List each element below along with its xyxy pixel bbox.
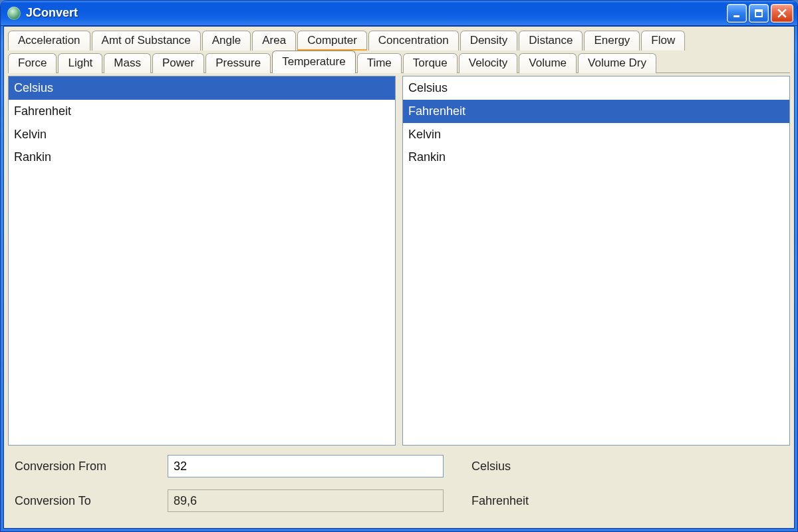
list-item[interactable]: Kelvin <box>403 123 789 146</box>
client-area: AccelerationAmt of SubstanceAngleAreaCom… <box>3 26 795 529</box>
jconvert-icon <box>7 7 21 20</box>
tab-distance[interactable]: Distance <box>519 31 583 51</box>
tab-angle[interactable]: Angle <box>202 31 251 51</box>
tab-temperature[interactable]: Temperature <box>272 51 355 73</box>
conversion-to-output: 89,6 <box>168 489 444 512</box>
maximize-icon <box>754 9 763 18</box>
tab-amt-of-substance[interactable]: Amt of Substance <box>92 31 201 51</box>
tab-energy[interactable]: Energy <box>584 31 640 51</box>
tab-concentration[interactable]: Concentration <box>368 31 459 51</box>
conversion-to-label: Conversion To <box>15 494 158 508</box>
unit-lists: CelsiusFahrenheitKelvinRankin CelsiusFah… <box>8 76 790 446</box>
list-item[interactable]: Fahrenheit <box>9 100 395 123</box>
maximize-button[interactable] <box>749 4 769 23</box>
window-title: JConvert <box>26 6 78 20</box>
tab-velocity[interactable]: Velocity <box>459 53 518 73</box>
tab-volume-dry[interactable]: Volume Dry <box>578 53 656 73</box>
minimize-icon <box>732 9 741 18</box>
app-window: JConvert AccelerationAmt of SubstanceAng… <box>0 0 798 532</box>
list-item[interactable]: Celsius <box>403 76 789 100</box>
to-unit-list[interactable]: CelsiusFahrenheitKelvinRankin <box>402 76 790 446</box>
conversion-from-unit: Celsius <box>453 460 783 473</box>
close-icon <box>777 8 787 19</box>
list-item[interactable]: Kelvin <box>9 123 395 146</box>
from-unit-list[interactable]: CelsiusFahrenheitKelvinRankin <box>8 76 396 446</box>
window-buttons <box>727 4 793 23</box>
conversion-to-unit: Fahrenheit <box>453 494 783 508</box>
conversion-from-input[interactable] <box>168 455 444 477</box>
minimize-button[interactable] <box>727 4 747 23</box>
tab-power[interactable]: Power <box>152 53 204 73</box>
tab-row-1: AccelerationAmt of SubstanceAngleAreaCom… <box>8 31 790 51</box>
list-item[interactable]: Fahrenheit <box>403 100 789 123</box>
list-item[interactable]: Celsius <box>9 76 395 100</box>
tab-time[interactable]: Time <box>357 53 402 73</box>
tab-torque[interactable]: Torque <box>403 53 458 73</box>
close-button[interactable] <box>771 4 793 23</box>
list-item[interactable]: Rankin <box>403 146 789 169</box>
tab-row-2: ForceLightMassPowerPressureTemperatureTi… <box>8 51 790 73</box>
tab-pressure[interactable]: Pressure <box>205 53 271 73</box>
tab-flow[interactable]: Flow <box>641 31 685 51</box>
conversion-panel: Conversion From Celsius Conversion To 89… <box>8 446 790 524</box>
tabs: AccelerationAmt of SubstanceAngleAreaCom… <box>8 31 790 73</box>
list-item[interactable]: Rankin <box>9 146 395 169</box>
tab-force[interactable]: Force <box>8 53 57 73</box>
tab-density[interactable]: Density <box>460 31 518 51</box>
tab-mass[interactable]: Mass <box>104 53 151 73</box>
tab-acceleration[interactable]: Acceleration <box>8 31 90 51</box>
tab-light[interactable]: Light <box>58 53 102 73</box>
tab-area[interactable]: Area <box>252 31 296 51</box>
tab-volume[interactable]: Volume <box>519 53 577 73</box>
svg-rect-2 <box>755 10 762 12</box>
svg-rect-0 <box>733 15 739 17</box>
tab-computer[interactable]: Computer <box>297 31 367 51</box>
conversion-from-label: Conversion From <box>15 460 158 473</box>
titlebar[interactable]: JConvert <box>1 1 797 26</box>
